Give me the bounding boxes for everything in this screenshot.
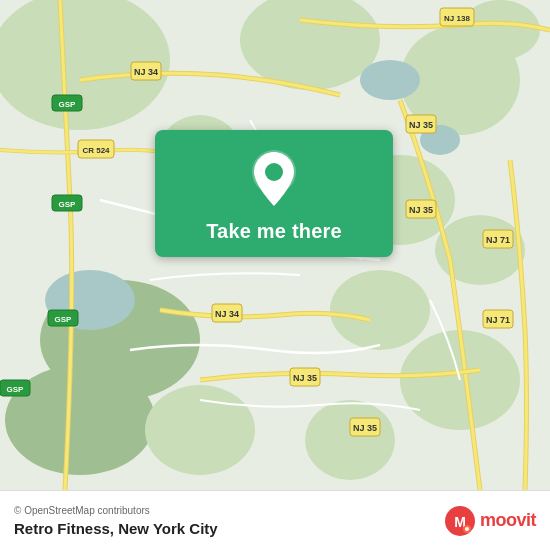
svg-text:NJ 35: NJ 35 <box>409 120 433 130</box>
svg-text:GSP: GSP <box>59 100 77 109</box>
svg-text:NJ 35: NJ 35 <box>409 205 433 215</box>
map-container: NJ 34 GSP GSP GSP NJ 138 NJ 35 NJ 35 NJ … <box>0 0 550 490</box>
svg-text:NJ 35: NJ 35 <box>353 423 377 433</box>
svg-text:CR 524: CR 524 <box>82 146 110 155</box>
svg-text:NJ 35: NJ 35 <box>293 373 317 383</box>
svg-point-15 <box>360 60 420 100</box>
moovit-icon: M <box>444 505 476 537</box>
svg-text:NJ 71: NJ 71 <box>486 315 510 325</box>
take-me-there-button[interactable]: Take me there <box>155 130 393 257</box>
moovit-text: moovit <box>480 510 536 531</box>
place-name: Retro Fitness, New York City <box>14 520 218 537</box>
svg-text:GSP: GSP <box>59 200 77 209</box>
svg-point-12 <box>145 385 255 475</box>
bottom-left-info: © OpenStreetMap contributors Retro Fitne… <box>14 505 218 537</box>
bottom-bar: © OpenStreetMap contributors Retro Fitne… <box>0 490 550 550</box>
svg-point-47 <box>265 163 283 181</box>
location-pin-icon <box>248 150 300 210</box>
moovit-logo: M moovit <box>444 505 536 537</box>
svg-text:GSP: GSP <box>55 315 73 324</box>
svg-text:NJ 34: NJ 34 <box>215 309 239 319</box>
svg-text:NJ 138: NJ 138 <box>444 14 470 23</box>
take-me-there-label: Take me there <box>206 220 342 243</box>
osm-attribution: © OpenStreetMap contributors <box>14 505 218 516</box>
svg-text:NJ 34: NJ 34 <box>134 67 158 77</box>
svg-text:GSP: GSP <box>7 385 25 394</box>
svg-point-13 <box>305 400 395 480</box>
svg-text:NJ 71: NJ 71 <box>486 235 510 245</box>
svg-point-51 <box>465 527 469 531</box>
svg-point-8 <box>330 270 430 350</box>
